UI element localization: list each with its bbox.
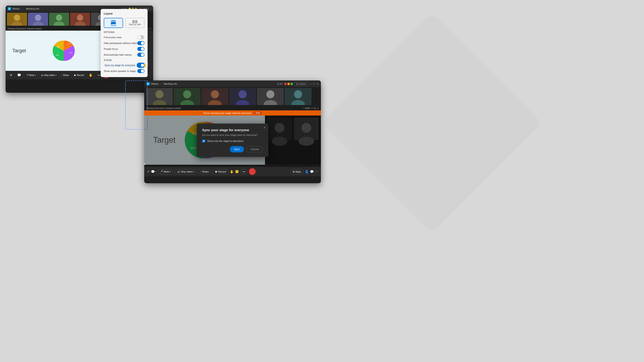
chat-btn-2[interactable]: 💬 ▾ bbox=[151, 170, 156, 173]
participant-thumb-2-3[interactable] bbox=[202, 88, 228, 105]
end-call-button-2[interactable] bbox=[249, 168, 256, 175]
meeting-info-label[interactable]: Meeting info bbox=[26, 7, 39, 10]
show-only-stage-checkbox[interactable] bbox=[202, 139, 205, 143]
participant-thumb-2[interactable] bbox=[28, 13, 48, 26]
record-icon-2: ⏺ bbox=[215, 170, 217, 173]
stack-layout-icon bbox=[111, 20, 116, 24]
sync-icon-btn[interactable]: ↺ bbox=[8, 72, 14, 78]
hide-participants-label: Hide participants without video bbox=[104, 42, 137, 44]
participant-thumb-2-1[interactable] bbox=[146, 88, 173, 105]
window-2-win-controls: − □ × bbox=[310, 82, 319, 86]
video-icon-2: 📹 bbox=[177, 170, 180, 173]
zoom-fullscreen-btn[interactable]: ⤢ bbox=[149, 27, 152, 30]
reactions-btn[interactable]: ✋ bbox=[87, 72, 94, 78]
participant-thumb-2-6[interactable] bbox=[285, 88, 312, 105]
hide-participants-toggle[interactable] bbox=[137, 41, 144, 45]
chat-btn[interactable]: 💬 bbox=[16, 72, 23, 78]
sync-btn-2[interactable]: ↺ bbox=[147, 170, 150, 173]
mute-button-1[interactable]: 🎤 Mute ▾ bbox=[24, 73, 38, 77]
webex-label-2: Webex bbox=[151, 82, 158, 85]
minimize-btn-2[interactable]: − bbox=[310, 82, 311, 86]
clock-display-2: 12:40 bbox=[277, 83, 282, 85]
record-button-2[interactable]: ⏺ Record bbox=[212, 169, 228, 174]
more-btn-2[interactable]: ••• bbox=[240, 169, 248, 174]
show-active-speaker-toggle[interactable] bbox=[137, 69, 144, 73]
cursor-indicator: 👆 bbox=[143, 63, 147, 67]
cancel-button[interactable]: Cancel bbox=[246, 146, 263, 152]
stack-label: Stack bbox=[110, 24, 116, 26]
zoom-fullscreen-btn-2[interactable]: ⤢ bbox=[317, 107, 319, 110]
mute-button-2[interactable]: 🎤 Mute ▾ bbox=[158, 169, 173, 174]
mute-label-1: Mute bbox=[29, 74, 34, 76]
svg-point-1 bbox=[14, 14, 20, 21]
zoom-level-2: 100% bbox=[304, 107, 310, 109]
hide-participants-toggle-row: Hide participants without video bbox=[104, 40, 144, 46]
stop-video-button-1[interactable]: 📹 Stop video ▾ bbox=[39, 73, 58, 77]
share-button-2[interactable]: ↑ Share bbox=[198, 169, 211, 174]
modal-close-button[interactable]: × bbox=[264, 126, 266, 129]
participant-thumb-2-5[interactable] bbox=[257, 88, 284, 105]
layout-panel-title: Layout bbox=[104, 12, 144, 15]
stop-video-label-1: Stop video bbox=[44, 74, 54, 76]
sidebyside-layout-option[interactable]: Side by side bbox=[125, 18, 144, 28]
chart-label-1: Target bbox=[12, 48, 26, 54]
close-btn-2[interactable]: × bbox=[317, 82, 319, 86]
sync-confirm-button[interactable]: Sync bbox=[230, 146, 244, 152]
svg-point-29 bbox=[211, 90, 219, 98]
apps-button-2[interactable]: ⊞ Apps bbox=[290, 169, 304, 174]
color-dots bbox=[284, 83, 293, 85]
extra-more-btn-2[interactable]: ⋯ bbox=[315, 170, 318, 173]
show-active-speaker-toggle-row: Show active speaker in stage bbox=[104, 68, 144, 74]
share-button-1[interactable]: ↑ Share bbox=[60, 73, 71, 77]
modal-subtitle: Do you want to sync your stage view for … bbox=[202, 134, 263, 136]
record-button-1[interactable]: ⏺ Record bbox=[72, 73, 86, 77]
stop-video-button-2[interactable]: 📹 Stop video ▾ bbox=[174, 169, 196, 174]
zoom-plus-btn-2[interactable]: + bbox=[311, 107, 313, 110]
meeting-info-label-2[interactable]: Meeting info bbox=[164, 82, 177, 85]
stop-sync-button[interactable]: Stop bbox=[254, 111, 262, 115]
sync-stage-toggle[interactable]: 👆 bbox=[137, 63, 144, 67]
stage-section-title: Stage bbox=[104, 59, 144, 61]
participant-thumb-1[interactable] bbox=[7, 13, 27, 26]
options-section-title: Options bbox=[104, 31, 144, 33]
layout-button-2[interactable]: ⊞ Layout bbox=[294, 82, 308, 86]
svg-point-38 bbox=[294, 90, 302, 98]
svg-point-4 bbox=[35, 14, 41, 21]
window-2-webex: W Webex | Meeting info 12:40 ⊞ Layout − … bbox=[144, 80, 321, 183]
green-dot bbox=[290, 83, 293, 85]
auto-hide-names-toggle[interactable] bbox=[137, 53, 144, 57]
sync-modal-dialog: × Sync your stage for everyone Do you wa… bbox=[197, 124, 268, 157]
emoji-btn-2[interactable]: 😊 bbox=[235, 170, 239, 173]
participant-thumb-2-4[interactable] bbox=[229, 88, 256, 105]
participant-thumb-4[interactable] bbox=[70, 13, 90, 26]
content-bar-label-2: Viewing Giacomo's shared content bbox=[146, 107, 181, 109]
participant-thumb-3[interactable] bbox=[49, 13, 69, 26]
people-focus-toggle-row: People focus bbox=[104, 46, 144, 52]
zoom-minus-btn-2[interactable]: − bbox=[302, 107, 304, 110]
maximize-btn-2[interactable]: □ bbox=[313, 82, 315, 86]
share-label-1: Share bbox=[63, 74, 69, 76]
toolbar-2: ↺ 💬 ▾ 🎤 Mute ▾ 📹 Stop video ▾ ↑ Share ⏺ … bbox=[144, 167, 321, 176]
reactions-btn-2[interactable]: ✋ bbox=[230, 170, 234, 173]
layout-panel: Layout Stack Side by side Options Full-s… bbox=[100, 9, 148, 77]
mute-chevron-2: ▾ bbox=[170, 171, 170, 173]
people-button-2[interactable]: 👤 bbox=[305, 170, 308, 173]
chat-button-2[interactable]: 💬 bbox=[310, 170, 314, 173]
people-focus-label: People focus bbox=[104, 48, 118, 50]
mute-label-2: Mute bbox=[164, 170, 169, 173]
sync-stage-toggle-row: Sync my stage for everyone 👆 bbox=[104, 62, 144, 68]
more-icon-2: ••• bbox=[242, 170, 245, 173]
sync-banner-text: You're syncing your stage view for every… bbox=[203, 112, 252, 114]
share-icon: ↑ bbox=[61, 74, 62, 76]
people-focus-toggle[interactable] bbox=[137, 47, 144, 51]
video-icon: 📹 bbox=[41, 74, 44, 76]
stack-layout-option[interactable]: Stack bbox=[104, 18, 123, 28]
fullscreen-toggle-label: Full-screen view bbox=[104, 36, 122, 39]
fullscreen-toggle[interactable] bbox=[137, 35, 144, 39]
svg-text:12%: 12% bbox=[67, 43, 70, 45]
zoom-fit-btn-2[interactable]: ⊡ bbox=[314, 107, 316, 110]
apps-icon-2: ⊞ bbox=[293, 170, 295, 173]
bottom-spacer bbox=[144, 165, 321, 167]
show-active-speaker-label: Show active speaker in stage bbox=[104, 70, 136, 72]
participant-thumb-2-2[interactable] bbox=[174, 88, 200, 105]
